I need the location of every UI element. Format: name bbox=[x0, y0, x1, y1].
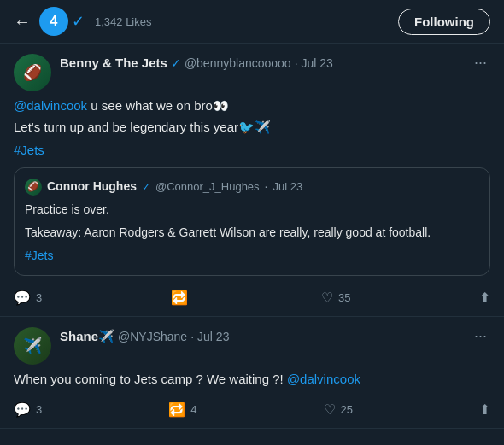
tweet-header-shane: ✈️ Shane✈️ @NYJShane · Jul 23 ··· bbox=[14, 327, 490, 365]
quoted-date: Jul 23 bbox=[273, 179, 303, 195]
quoted-avatar: 🏈 bbox=[25, 179, 42, 196]
tweet-actions-shane: 💬 3 🔁 4 ♡ 25 ⬆ bbox=[14, 398, 490, 418]
mention-dalvin-shane[interactable]: @dalvincook bbox=[287, 372, 360, 386]
tweet-author-name-shane: Shane✈️ bbox=[60, 329, 114, 344]
tweet-body: @dalvincook u see what we on bro👀 Let's … bbox=[14, 97, 490, 276]
quoted-body: Practice is over. Takeaway: Aaron Rodger… bbox=[25, 201, 479, 265]
share-action-shane[interactable]: ⬆ bbox=[479, 401, 490, 418]
reply-count-shane: 3 bbox=[36, 403, 42, 416]
tweet-shane: ✈️ Shane✈️ @NYJShane · Jul 23 ··· When y… bbox=[0, 317, 504, 429]
quoted-hashtag-jets[interactable]: #Jets bbox=[25, 249, 53, 262]
avatar-benny: 🏈 bbox=[14, 54, 51, 91]
retweet-action-shane[interactable]: 🔁 4 bbox=[168, 401, 196, 418]
quoted-author-name: Connor Hughes bbox=[47, 179, 137, 196]
like-action[interactable]: ♡ 35 bbox=[321, 290, 350, 306]
tweet-meta: Benny & The Jets ✓ @bennyblancooooo · Ju… bbox=[60, 54, 490, 72]
tweet-header: 🏈 Benny & The Jets ✓ @bennyblancooooo · … bbox=[14, 54, 490, 91]
tweet-dot-shane: · bbox=[190, 330, 194, 343]
more-options-icon[interactable]: ··· bbox=[471, 54, 490, 72]
likes-count: 1,342 Likes bbox=[95, 15, 152, 28]
tweet-handle-shane: @NYJShane bbox=[118, 330, 187, 343]
quoted-tweet[interactable]: 🏈 Connor Hughes ✓ @Connor_J_Hughes · Jul… bbox=[14, 167, 490, 276]
tweet-body-line1: @dalvincook u see what we on bro👀 bbox=[14, 97, 490, 114]
header-left: ← 4 ✓ 1,342 Likes bbox=[14, 7, 152, 36]
tweet-date: Jul 23 bbox=[302, 56, 333, 70]
tweet-name-row: Benny & The Jets ✓ @bennyblancooooo · Ju… bbox=[60, 54, 490, 72]
quoted-tweet-header: 🏈 Connor Hughes ✓ @Connor_J_Hughes · Jul… bbox=[25, 179, 479, 196]
back-icon[interactable]: ← bbox=[14, 12, 31, 32]
like-action-shane[interactable]: ♡ 25 bbox=[324, 401, 353, 418]
following-button[interactable]: Following bbox=[398, 9, 490, 35]
tweet-name-row-shane: Shane✈️ @NYJShane · Jul 23 ··· bbox=[60, 327, 490, 345]
quoted-handle: @Connor_J_Hughes bbox=[155, 179, 260, 195]
tweet-hashtag: #Jets bbox=[14, 141, 490, 159]
tweet-actions: 💬 3 🔁 ♡ 35 ⬆ bbox=[14, 286, 490, 306]
verified-header-icon: ✓ bbox=[72, 12, 85, 31]
tweet-meta-shane: Shane✈️ @NYJShane · Jul 23 ··· bbox=[60, 327, 490, 345]
quoted-dot: · bbox=[265, 179, 268, 196]
tweet-dot: · bbox=[295, 56, 298, 70]
share-icon: ⬆ bbox=[479, 290, 490, 306]
badge-number: 4 bbox=[39, 7, 68, 36]
tweet-name-group-shane: Shane✈️ @NYJShane · Jul 23 bbox=[60, 329, 229, 344]
tweet-benny: 🏈 Benny & The Jets ✓ @bennyblancooooo · … bbox=[0, 44, 504, 317]
retweet-action[interactable]: 🔁 bbox=[171, 290, 193, 306]
notification-badge: 4 ✓ bbox=[39, 7, 85, 36]
verified-icon: ✓ bbox=[171, 56, 181, 70]
tweet-body-line2: Let's turn up and be legendary this year… bbox=[14, 118, 490, 136]
like-count-shane: 25 bbox=[341, 403, 353, 416]
like-icon-shane: ♡ bbox=[324, 401, 336, 418]
quoted-hashtag: #Jets bbox=[25, 247, 479, 265]
mention[interactable]: @dalvincook bbox=[14, 98, 87, 113]
tweet-body-shane: When you coming to Jets camp ? We waitin… bbox=[14, 370, 490, 388]
tweet-name-group: Benny & The Jets ✓ @bennyblancooooo · Ju… bbox=[60, 56, 333, 70]
retweet-count-shane: 4 bbox=[190, 403, 196, 416]
reply-icon-shane: 💬 bbox=[14, 401, 31, 418]
tweet-text-shane: When you coming to Jets camp ? We waitin… bbox=[14, 372, 287, 386]
retweet-icon: 🔁 bbox=[171, 290, 188, 306]
reply-icon: 💬 bbox=[14, 290, 31, 306]
quoted-line1: Practice is over. bbox=[25, 201, 479, 219]
share-icon-shane: ⬆ bbox=[479, 401, 490, 418]
like-count: 35 bbox=[338, 291, 350, 304]
reply-action-shane[interactable]: 💬 3 bbox=[14, 401, 42, 418]
more-options-icon-shane[interactable]: ··· bbox=[471, 327, 490, 345]
header: ← 4 ✓ 1,342 Likes Following bbox=[0, 0, 504, 44]
tweet-body-line1-shane: When you coming to Jets camp ? We waitin… bbox=[14, 370, 490, 388]
avatar-shane: ✈️ bbox=[14, 327, 51, 365]
share-action[interactable]: ⬆ bbox=[479, 290, 490, 306]
quoted-line2: Takeaway: Aaron Rodgers & Garrett Wilson… bbox=[25, 224, 479, 242]
tweet-date-shane: Jul 23 bbox=[197, 330, 229, 343]
tweet-handle: @bennyblancooooo bbox=[185, 56, 291, 70]
tweet-author-name: Benny & The Jets bbox=[60, 56, 167, 70]
like-icon: ♡ bbox=[321, 290, 333, 306]
hashtag-jets[interactable]: #Jets bbox=[14, 143, 44, 157]
retweet-icon-shane: 🔁 bbox=[168, 401, 185, 418]
tweet-text: u see what we on bro👀 bbox=[91, 98, 229, 113]
reply-count: 3 bbox=[36, 291, 42, 304]
reply-action[interactable]: 💬 3 bbox=[14, 290, 42, 306]
quoted-verified-icon: ✓ bbox=[142, 180, 150, 195]
